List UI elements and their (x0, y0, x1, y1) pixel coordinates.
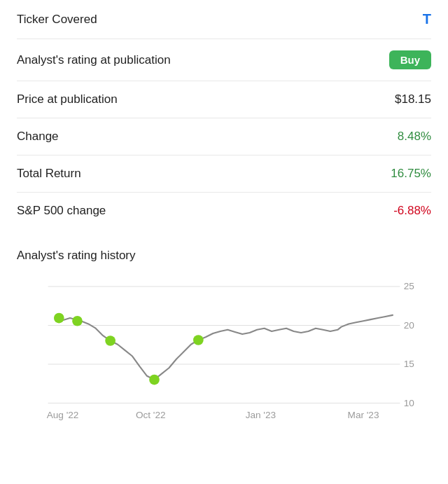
analyst-dot-2 (72, 316, 83, 326)
label-change: Change (17, 130, 59, 144)
value-total-return: 16.75% (391, 167, 431, 181)
svg-text:Oct '22: Oct '22 (136, 410, 166, 420)
value-change: 8.48% (398, 130, 431, 144)
value-ticker: T (423, 11, 431, 27)
value-price: $18.15 (395, 92, 431, 106)
analyst-dot-1 (54, 313, 64, 324)
label-sp500: S&P 500 change (17, 204, 106, 218)
row-ticker: Ticker CoveredT (17, 0, 431, 39)
label-rating: Analyst's rating at publication (17, 53, 171, 67)
chart-section: Analyst's rating history 25 20 15 10 (17, 229, 431, 425)
price-line (55, 315, 393, 380)
card: Ticker CoveredTAnalyst's rating at publi… (0, 0, 448, 425)
row-price: Price at publication$18.15 (17, 81, 431, 118)
svg-text:Mar '23: Mar '23 (348, 410, 379, 420)
row-change: Change8.48% (17, 118, 431, 155)
row-sp500: S&P 500 change-6.88% (17, 193, 431, 229)
label-price: Price at publication (17, 92, 118, 106)
svg-text:Jan '23: Jan '23 (246, 410, 276, 420)
analyst-dot-4 (149, 375, 160, 385)
value-rating: Buy (389, 50, 431, 69)
analyst-dot-5 (193, 335, 204, 345)
buy-badge: Buy (389, 50, 431, 69)
svg-text:20: 20 (404, 320, 415, 331)
chart-title: Analyst's rating history (17, 249, 136, 263)
chart-container: 25 20 15 10 (17, 271, 431, 425)
row-total-return: Total Return16.75% (17, 155, 431, 193)
row-rating: Analyst's rating at publicationBuy (17, 39, 431, 81)
value-sp500: -6.88% (393, 204, 431, 218)
svg-text:15: 15 (404, 359, 414, 369)
svg-text:10: 10 (404, 398, 415, 408)
analyst-dot-3 (105, 336, 115, 346)
svg-text:Aug '22: Aug '22 (47, 410, 79, 420)
label-ticker: Ticker Covered (17, 13, 97, 27)
chart-svg: 25 20 15 10 (17, 271, 431, 425)
label-total-return: Total Return (17, 167, 81, 181)
svg-text:25: 25 (404, 281, 414, 291)
